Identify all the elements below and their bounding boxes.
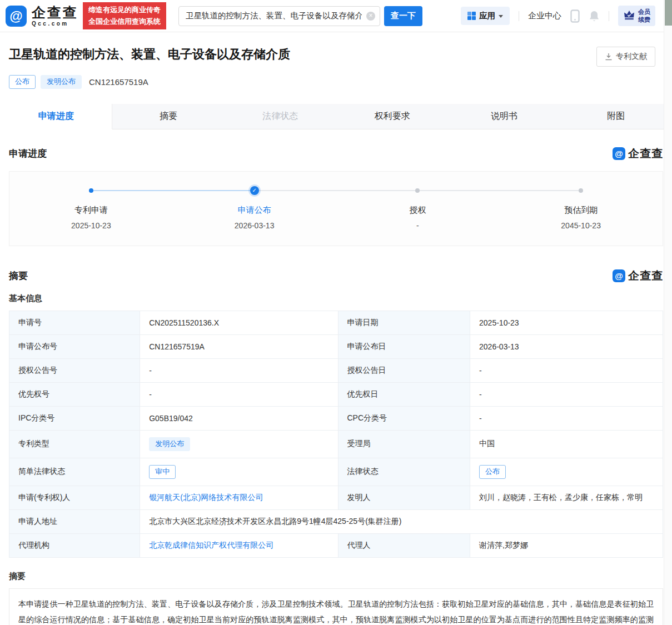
vip-renew-button[interactable]: 会员 续费 xyxy=(618,6,655,27)
field-label: 申请公布日 xyxy=(338,334,470,358)
phone-icon[interactable] xyxy=(570,9,580,23)
divider xyxy=(519,11,519,21)
apps-label: 应用 xyxy=(479,11,495,21)
timeline-panel: 专利申请 2025-10-23 申请公布 2026-03-13 授权 - 预估到… xyxy=(9,171,663,246)
table-row: 代理机构北京乾成律信知识产权代理有限公司代理人谢清萍,郑梦娜 xyxy=(9,533,663,557)
brand-text: 企查查 Qcc.com xyxy=(32,6,78,27)
crown-icon xyxy=(623,9,635,23)
doc-button-label: 专利文献 xyxy=(616,52,647,62)
field-label: 受理局 xyxy=(338,430,470,458)
field-value: 公布 xyxy=(470,458,663,486)
table-row: 授权公告号-授权公告日- xyxy=(9,358,663,382)
apps-menu[interactable]: 应用 xyxy=(461,7,510,25)
abstract-label: 摘要 xyxy=(9,571,663,582)
tab-claims[interactable]: 权利要求 xyxy=(336,104,448,129)
tab-abstract[interactable]: 摘要 xyxy=(112,104,224,129)
patent-doc-button[interactable]: 专利文献 xyxy=(596,47,655,67)
field-label: 优先权号 xyxy=(9,382,140,406)
slogan-line1: 缔造有远见的商业传奇 xyxy=(88,4,161,16)
field-label: 申请公布号 xyxy=(9,334,140,358)
caret-down-icon xyxy=(499,15,503,18)
table-row: 专利类型发明公布受理局中国 xyxy=(9,430,663,458)
field-value: - xyxy=(140,382,338,406)
status-tag: 发明公布 xyxy=(149,437,190,451)
field-label: 申请(专利权)人 xyxy=(9,486,140,509)
field-value: - xyxy=(140,358,338,382)
field-value: 北京市大兴区北京经济技术开发区永昌北路9号1幢4层425-25号(集群注册) xyxy=(140,509,663,533)
tab-figures[interactable]: 附图 xyxy=(560,104,672,129)
field-label: 简单法律状态 xyxy=(9,458,140,486)
brand-name: 企查查 xyxy=(32,6,78,19)
field-value: 银河航天(北京)网络技术有限公司 xyxy=(140,486,338,509)
field-label: 代理机构 xyxy=(9,533,140,557)
grid-icon xyxy=(467,12,476,20)
search-button[interactable]: 查一下 xyxy=(384,6,422,26)
tab-legal-status[interactable]: 法律状态 xyxy=(225,104,336,129)
field-value: - xyxy=(470,358,663,382)
field-label: 专利类型 xyxy=(9,430,140,458)
field-label: CPC分类号 xyxy=(338,406,470,430)
field-value: 北京乾成律信知识产权代理有限公司 xyxy=(140,533,338,557)
field-label: 申请日期 xyxy=(338,311,470,334)
table-row: IPC分类号G05B19/042CPC分类号- xyxy=(9,406,663,430)
summary-section-title: 摘要 xyxy=(9,269,28,282)
enterprise-center-link[interactable]: 企业中心 xyxy=(528,11,561,21)
slogan-banner: 缔造有远见的商业传奇 全国企业信用查询系统 xyxy=(83,2,166,29)
abstract-text: 本申请提供一种卫星轨道的控制方法、装置、电子设备以及存储介质，涉及卫星控制技术领… xyxy=(9,588,663,625)
vip-label-line1: 会员 xyxy=(638,8,650,16)
clear-icon[interactable] xyxy=(366,12,375,21)
qcc-logo-icon xyxy=(6,6,27,27)
patent-header: 卫星轨道的控制方法、装置、电子设备以及存储介质 专利文献 xyxy=(0,32,672,67)
milestone-date: 2025-10-23 xyxy=(9,221,173,230)
field-label: 法律状态 xyxy=(338,458,470,486)
patent-type-tag: 发明公布 xyxy=(41,75,82,89)
field-value: 刘川，赵晓涛，王有松，孟少康，任家栋，常明 xyxy=(470,486,663,509)
scrollbar-thumb[interactable] xyxy=(665,0,672,26)
qcc-watermark: 企查查 xyxy=(613,268,663,283)
field-label: IPC分类号 xyxy=(9,406,140,430)
qcc-watermark-icon xyxy=(613,269,625,282)
field-value: CN121657519A xyxy=(140,334,338,358)
field-value: 2026-03-13 xyxy=(470,334,663,358)
basic-info-label: 基本信息 xyxy=(9,293,663,304)
search-input[interactable] xyxy=(178,6,380,26)
qcc-watermark-text: 企查查 xyxy=(628,146,663,161)
qcc-watermark: 企查查 xyxy=(613,146,663,161)
field-label: 授权公告号 xyxy=(9,358,140,382)
bell-icon[interactable] xyxy=(589,10,600,22)
table-row: 申请号CN202511520136.X申请日期2025-10-23 xyxy=(9,311,663,334)
field-label: 发明人 xyxy=(338,486,470,509)
milestone-publication: 申请公布 2026-03-13 xyxy=(173,186,336,230)
progress-section: 申请进度 企查查 专利申请 2025-10-23 申请公布 2026-03-13 xyxy=(0,129,672,246)
milestone-date: 2026-03-13 xyxy=(173,221,336,230)
tab-bar: 申请进度 摘要 法律状态 权利要求 说明书 附图 xyxy=(0,104,672,129)
table-row: 申请(专利权)人银河航天(北京)网络技术有限公司发明人刘川，赵晓涛，王有松，孟少… xyxy=(9,486,663,509)
company-link[interactable]: 北京乾成律信知识产权代理有限公司 xyxy=(149,541,273,549)
status-tag: 审中 xyxy=(149,465,176,479)
slogan-line2: 全国企业信用查询系统 xyxy=(88,16,161,27)
qcc-logo[interactable]: 企查查 Qcc.com xyxy=(6,6,78,27)
milestone-date: 2045-10-23 xyxy=(499,221,663,230)
patent-number: CN121657519A xyxy=(89,77,148,87)
tab-application-progress[interactable]: 申请进度 xyxy=(0,104,112,129)
milestone-dot xyxy=(579,188,583,193)
milestone-label: 预估到期 xyxy=(499,205,663,216)
field-value: 发明公布 xyxy=(140,430,338,458)
milestone-application: 专利申请 2025-10-23 xyxy=(9,186,173,230)
tab-description[interactable]: 说明书 xyxy=(448,104,560,129)
milestone-label: 专利申请 xyxy=(9,205,173,216)
milestone-dot xyxy=(89,188,93,193)
field-label: 代理人 xyxy=(338,533,470,557)
field-label: 申请人地址 xyxy=(9,509,140,533)
patent-title: 卫星轨道的控制方法、装置、电子设备以及存储介质 xyxy=(9,47,290,63)
milestone-check-icon xyxy=(250,186,259,195)
field-value: 谢清萍,郑梦娜 xyxy=(470,533,663,557)
milestone-date: - xyxy=(336,221,500,230)
search-bar: 查一下 xyxy=(178,6,422,26)
company-link[interactable]: 银河航天(北京)网络技术有限公司 xyxy=(149,493,263,502)
status-tag: 公布 xyxy=(479,465,506,479)
table-row: 简单法律状态审中法律状态公布 xyxy=(9,458,663,486)
brand-domain: Qcc.com xyxy=(32,21,78,27)
download-icon xyxy=(605,53,613,61)
field-value: CN202511520136.X xyxy=(140,311,338,334)
